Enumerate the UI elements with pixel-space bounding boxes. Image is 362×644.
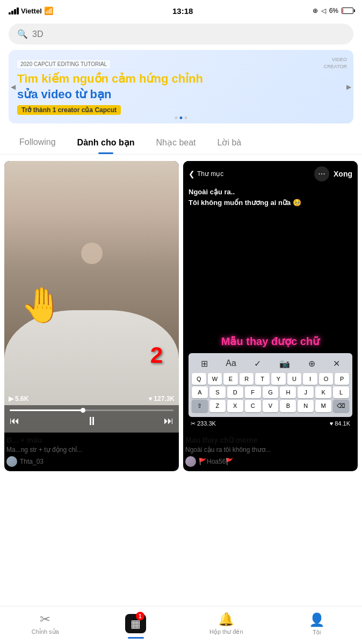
video-grid: 2 ⏮ ⏸ ⏭ ▶ 5.6K <box>0 155 362 471</box>
banner-dot-3 <box>185 116 187 119</box>
signal-bar-3 <box>14 9 16 14</box>
banner-dot-1 <box>175 116 178 119</box>
nav-label-inbox: Hộp thư đến <box>209 628 243 635</box>
banner-title-text: Tìm kiếm nguồn cảm hứng chỉnh <box>17 72 203 85</box>
key-r[interactable]: R <box>240 373 254 385</box>
key-e[interactable]: E <box>223 373 238 385</box>
card-desc-right: Ngoài cậu ra tôi không thươ... <box>185 446 356 453</box>
status-bar: Viettel 📶 13:18 ⊕ ◁ 6% <box>0 0 362 19</box>
nav-item-edit[interactable]: ✂ Chỉnh sửa <box>24 612 67 635</box>
key-g[interactable]: G <box>263 386 279 398</box>
likes-stat: ♥ 127.3K <box>148 395 175 402</box>
banner-dots <box>175 116 187 119</box>
key-o[interactable]: O <box>319 373 334 385</box>
banner-arrow-left[interactable]: ◀ <box>11 83 16 91</box>
battery-percent: 6% <box>329 7 338 14</box>
card-info-right: Mau thay chữ meme Ngoài cậu ra tôi không… <box>183 433 358 471</box>
key-m[interactable]: M <box>315 400 331 412</box>
key-q[interactable]: Q <box>192 373 206 385</box>
status-left: Viettel 📶 <box>9 6 53 15</box>
keyboard-row-3: ⇧ Z X C V B N M ⌫ <box>192 400 349 412</box>
check-icon: ✓ <box>254 358 261 369</box>
author-avatar-left <box>6 456 17 467</box>
video-thumb-left: 2 ⏮ ⏸ ⏭ ▶ 5.6K <box>4 161 179 433</box>
signal-bar-2 <box>11 11 13 14</box>
heart-icon-left: ♥ <box>148 395 152 402</box>
key-h[interactable]: H <box>280 386 296 398</box>
wifi-icon: 📶 <box>44 6 53 15</box>
key-a[interactable]: A <box>192 386 208 398</box>
key-n[interactable]: N <box>298 400 314 412</box>
search-input[interactable] <box>32 30 345 39</box>
nav-item-inbox[interactable]: 🔔 Hộp thư đến <box>205 612 248 635</box>
right-likes-count: 84.1K <box>335 420 350 427</box>
tab-nhac-beat[interactable]: Nhạc beat <box>145 132 206 154</box>
key-l[interactable]: L <box>333 386 349 398</box>
key-i[interactable]: I <box>303 373 317 385</box>
key-b[interactable]: B <box>280 400 296 412</box>
back-chevron-icon: ❮ <box>189 170 195 178</box>
key-t[interactable]: T <box>255 373 270 385</box>
card-desc-left: Ma...ng str + tự động chỉ... <box>6 446 177 453</box>
close-button[interactable]: Xong <box>334 170 352 178</box>
key-w[interactable]: W <box>208 373 222 385</box>
key-k[interactable]: K <box>315 386 331 398</box>
back-label: Thư mục <box>197 170 223 178</box>
camera-icon: 📷 <box>279 358 290 369</box>
signal-bar-4 <box>17 8 19 14</box>
key-j[interactable]: J <box>298 386 314 398</box>
battery-icon <box>342 8 353 14</box>
right-card-header: ❮ Thư mục ··· Xong <box>189 166 352 181</box>
keyboard-close-icon[interactable]: ✕ <box>333 358 340 369</box>
key-x[interactable]: X <box>227 400 243 412</box>
key-c[interactable]: C <box>245 400 261 412</box>
video-card-left[interactable]: 2 ⏮ ⏸ ⏭ ▶ 5.6K <box>4 161 179 471</box>
forward-icon[interactable]: ⏭ <box>164 415 173 427</box>
tabs: Following Dành cho bạn Nhạc beat Lời bà <box>0 132 362 155</box>
tab-following[interactable]: Following <box>9 132 67 154</box>
keyboard-toolbar: ⊞ Aa ✓ 📷 ⊕ ✕ <box>192 356 349 371</box>
views-icon: ▶ <box>9 395 13 402</box>
key-u[interactable]: U <box>287 373 302 385</box>
tab-danh-cho-ban[interactable]: Dành cho bạn <box>67 132 146 154</box>
video-thumb-right: ❮ Thư mục ··· Xong Ngoài cậu ra.. Tôi kh… <box>183 161 358 433</box>
card-title-left: Đ... + màu <box>6 436 177 444</box>
key-z[interactable]: Z <box>209 400 226 412</box>
key-f[interactable]: F <box>245 386 261 398</box>
key-d[interactable]: D <box>227 386 243 398</box>
font-icon: Aa <box>226 358 236 368</box>
nav-item-profile[interactable]: 👤 Tôi <box>295 612 338 635</box>
right-main-text: Ngoài cậu ra.. Tôi không muốn thương ai … <box>189 187 352 335</box>
rewind-icon[interactable]: ⏮ <box>10 415 19 427</box>
author-name-right: 🚩Hoa56🚩 <box>199 458 234 465</box>
signal-bar-1 <box>9 12 11 14</box>
banner-video-label: VIDEO CREATOR <box>324 56 347 70</box>
key-v[interactable]: V <box>263 400 279 412</box>
key-s[interactable]: S <box>209 386 226 398</box>
key-p[interactable]: P <box>335 373 349 385</box>
progress-bar <box>10 409 173 411</box>
key-y[interactable]: Y <box>271 373 286 385</box>
tab-loi-ba[interactable]: Lời bà <box>207 132 252 154</box>
banner-arrow-right[interactable]: ▶ <box>346 83 351 91</box>
right-pink-text: Mẫu thay được chữ <box>189 335 352 348</box>
table-icon: ⊞ <box>201 358 208 369</box>
signal-bars <box>9 8 19 14</box>
pause-icon[interactable]: ⏸ <box>86 414 98 428</box>
video-thumb-right-content: ❮ Thư mục ··· Xong Ngoài cậu ra.. Tôi kh… <box>183 161 358 433</box>
views-stat: ▶ 5.6K <box>9 395 28 402</box>
key-backspace[interactable]: ⌫ <box>333 400 349 412</box>
globe-icon: ⊕ <box>308 358 315 369</box>
nav-item-templates[interactable]: 1 ▦ <box>114 614 157 633</box>
controls-row: ⏮ ⏸ ⏭ <box>10 414 173 428</box>
back-button[interactable]: ❮ Thư mục <box>189 170 223 178</box>
gps-icon: ◁ <box>321 7 326 14</box>
keyboard-row-2: A S D F G H J K L <box>192 386 349 398</box>
battery-fill <box>343 9 343 13</box>
search-bar[interactable]: 🔍 <box>9 24 353 45</box>
progress-fill <box>10 409 83 411</box>
bell-icon: 🔔 <box>218 612 234 627</box>
video-card-right[interactable]: ❮ Thư mục ··· Xong Ngoài cậu ra.. Tôi kh… <box>183 161 358 471</box>
more-options-button[interactable]: ··· <box>314 166 329 181</box>
key-shift[interactable]: ⇧ <box>192 400 208 412</box>
